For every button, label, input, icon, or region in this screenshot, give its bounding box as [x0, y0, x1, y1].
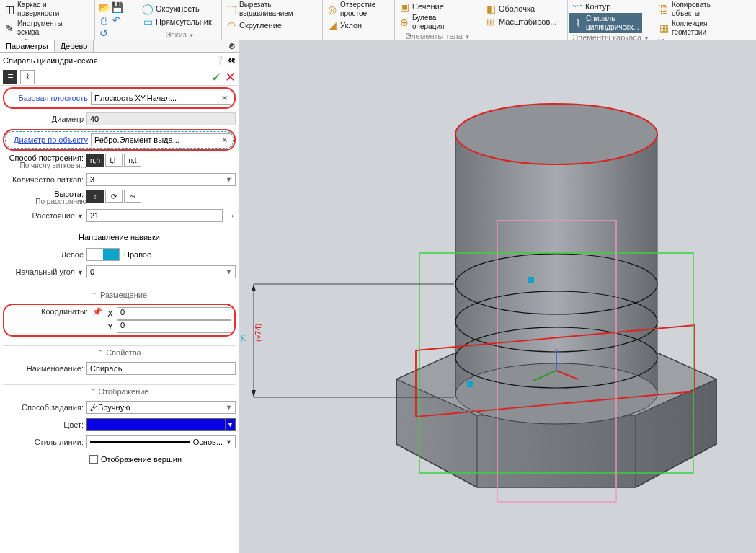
rb-circle[interactable]: ◯ Окружность — [140, 2, 214, 15]
diameter-obj-clear-icon[interactable]: ✕ — [221, 136, 228, 145]
mode-solid-icon[interactable]: ≣ — [3, 70, 17, 84]
rb-scale[interactable]: ⊞ Масштабиров... — [483, 15, 559, 28]
ribbon-group-label-9: Массив, копирование — [658, 37, 737, 40]
hole-icon: ◎ — [326, 4, 338, 15]
contour-icon: 〰 — [572, 1, 583, 12]
model-cylinder — [455, 104, 657, 424]
marker-bottom — [467, 381, 473, 387]
method-nh[interactable]: n,h — [86, 154, 104, 167]
spiral-icon: ⌇ — [572, 17, 584, 29]
rb-boolean[interactable]: ⊕ Булеваоперация — [396, 13, 446, 32]
svg-marker-20 — [252, 284, 256, 291]
rb-simple-hole[interactable]: ◎ Отверстиепростое — [324, 0, 378, 19]
disp-method-label: Способ задания: — [3, 403, 86, 412]
rb-rectangle[interactable]: ▭ Прямоугольник — [140, 15, 214, 28]
scale-icon: ⊞ — [485, 16, 497, 27]
help-icon[interactable]: ❔ — [215, 56, 225, 65]
open-icon[interactable]: 📂 — [98, 1, 110, 13]
turns-label: Количество витков: — [3, 175, 86, 184]
rb-cut-extrude[interactable]: ⬚ Вырезатьвыдавливанием — [223, 0, 295, 19]
distance-label: Расстояние ▼ — [3, 211, 86, 220]
cutextrude-icon: ⬚ — [226, 4, 237, 15]
tab-tree[interactable]: Дерево — [55, 40, 94, 52]
turns-dd-icon[interactable]: ▼ — [226, 176, 232, 183]
save-icon[interactable]: 💾 — [111, 1, 123, 13]
linestyle-dd-icon[interactable]: ▼ — [226, 438, 232, 446]
base-plane-clear-icon[interactable]: ✕ — [221, 94, 228, 103]
rb-cyl-spiral[interactable]: ⌇ Спиральцилиндрическ... — [569, 13, 642, 33]
pin-icon[interactable]: 📌 — [91, 307, 104, 317]
rb-draft[interactable]: ◢ Уклон — [324, 19, 378, 32]
svg-text:(v74): (v74) — [254, 324, 262, 342]
start-angle-input[interactable]: 0 ▼ — [86, 265, 236, 278]
marker-top — [528, 277, 534, 283]
distance-input[interactable]: 21 — [86, 209, 223, 222]
ribbon: ◫ Каркас иповерхности ✎ Инструментыэскиз… — [0, 0, 756, 40]
props-header[interactable]: ⌃Свойства — [3, 345, 236, 358]
sketch-tools-icon: ✎ — [4, 22, 15, 34]
direction-left-label: Левое — [3, 250, 86, 259]
undo-icon[interactable]: ↶ — [111, 14, 123, 26]
coord-x-label: X — [104, 309, 117, 318]
coord-y-input[interactable]: 0 — [117, 320, 231, 333]
viewport-canvas: 21 (v74) — [239, 40, 756, 553]
coord-y-label: Y — [104, 322, 117, 331]
name-input[interactable]: Спираль — [86, 362, 236, 375]
disp-method-input[interactable]: 🖊 Вручную ▼ — [86, 401, 236, 414]
height-mode-1[interactable]: ↕ — [86, 190, 104, 203]
rb-sketch-tools[interactable]: ✎ Инструментыэскиза — [1, 19, 64, 37]
rb-contour[interactable]: 〰 Контур — [569, 0, 642, 13]
fillet-icon: ◠ — [226, 19, 237, 31]
base-plane-input[interactable]: Плоскость XY.Начал... ✕ — [91, 92, 231, 105]
direction-right-label: Правое — [120, 250, 151, 259]
base-plane-label[interactable]: Базовая плоскость — [7, 94, 91, 102]
height-mode-3[interactable]: ⤳ — [124, 190, 141, 203]
diameter-obj-label[interactable]: Диаметр по объекту — [7, 136, 91, 144]
rb-geom-collection[interactable]: ▦ Коллекциягеометрии — [656, 19, 713, 37]
ribbon-group-label-3: Эскиз — [165, 30, 186, 39]
start-angle-label: Начальный угол ▼ — [3, 267, 86, 276]
rb-copy-obj[interactable]: ⿻ Копироватьобъекты — [656, 0, 713, 19]
color-dd-icon[interactable]: ▼ — [226, 418, 236, 431]
method-nt[interactable]: n,t — [124, 154, 141, 167]
tab-parameters[interactable]: Параметры — [0, 40, 55, 52]
rb-surfaces[interactable]: ◫ Каркас иповерхности — [1, 0, 64, 19]
build-method-sublabel: По числу витков и... — [3, 162, 86, 169]
feature-title: Спираль цилиндрическая — [3, 56, 98, 65]
display-header[interactable]: ⌃Отображение — [3, 384, 236, 397]
undo2-icon[interactable]: ↺ — [98, 27, 110, 39]
method-th[interactable]: t,h — [105, 154, 123, 167]
svg-marker-21 — [252, 390, 256, 397]
viewport-3d[interactable]: 21 (v74) — [239, 40, 756, 553]
svg-point-8 — [455, 104, 657, 164]
draft-icon: ◢ — [326, 19, 338, 31]
cancel-button[interactable]: ✕ — [225, 69, 236, 85]
start-angle-dd-icon[interactable]: ▼ — [226, 268, 232, 275]
placement-header[interactable]: ⌃Размещение — [3, 288, 236, 301]
direction-toggle[interactable] — [86, 248, 120, 261]
pref-icon[interactable]: 🛠 — [228, 56, 236, 65]
panel-gear-icon[interactable]: ⚙ — [226, 40, 239, 52]
coord-x-input[interactable]: 0 — [117, 307, 231, 320]
height-mode-2[interactable]: ⟳ — [105, 190, 123, 203]
direction-header: Направление навивки — [79, 233, 160, 242]
color-swatch[interactable] — [86, 418, 226, 431]
mode-wire-icon[interactable]: ⌇ — [20, 70, 35, 84]
rb-section[interactable]: ▣ Сечение — [396, 0, 446, 13]
circle-icon: ◯ — [142, 3, 154, 14]
rb-fillet[interactable]: ◠ Скругление — [223, 19, 295, 32]
show-verts-checkbox[interactable] — [89, 455, 98, 464]
show-verts-label: Отображение вершин — [101, 455, 182, 464]
linestyle-input[interactable]: Основ... ▼ — [86, 435, 236, 448]
disp-method-dd-icon[interactable]: ▼ — [226, 404, 232, 411]
turns-input[interactable]: 3 ▼ — [86, 173, 236, 186]
distance-arrow-icon[interactable]: → — [223, 210, 236, 221]
collection-icon: ▦ — [658, 22, 670, 34]
confirm-button[interactable]: ✓ — [211, 69, 222, 85]
rect-icon: ▭ — [142, 16, 154, 27]
rb-shell[interactable]: ◧ Оболочка — [483, 2, 559, 15]
print-icon[interactable]: ⎙ — [98, 14, 110, 26]
surfaces-icon: ◫ — [4, 4, 15, 15]
shell-icon: ◧ — [485, 3, 497, 14]
diameter-obj-input[interactable]: Ребро.Элемент выда... ✕ — [91, 133, 231, 146]
